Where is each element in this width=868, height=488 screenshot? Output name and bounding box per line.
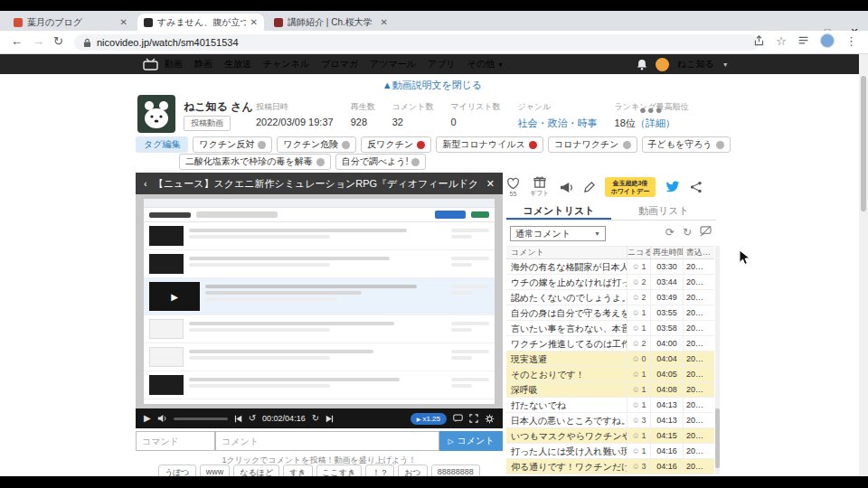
back-button[interactable]: ← (11, 34, 23, 48)
user-avatar[interactable] (656, 58, 669, 71)
tag-item[interactable]: 反ワクチン (361, 136, 431, 153)
profile-avatar[interactable] (820, 33, 835, 48)
tag-item[interactable]: 新型コロナウイルス (436, 136, 543, 153)
nicopedia-icon[interactable] (342, 141, 350, 149)
tag-item[interactable]: 自分で調べよう! (335, 154, 427, 170)
tag-item[interactable]: ワクチン危険 (277, 136, 356, 153)
comment-row[interactable]: 現実逃避☺004:0420… (506, 352, 714, 367)
gift-button[interactable]: ギフト (530, 176, 550, 198)
volume-slider[interactable] (174, 418, 228, 420)
uploader-avatar[interactable] (137, 95, 175, 133)
uploader-name[interactable]: ねこ知る さん (184, 99, 253, 115)
bookmark-star-icon[interactable]: ☆ (776, 34, 787, 48)
tag-item[interactable]: 二酸化塩素水で枠珍の毒を解毒 (179, 154, 331, 170)
nicopedia-icon[interactable] (529, 141, 537, 149)
reading-list-icon[interactable] (797, 35, 809, 47)
comment-filter-select[interactable]: 通常コメント▼ (510, 226, 606, 241)
ranking-detail-link[interactable]: （詳細） (636, 117, 675, 128)
rewind-10s-icon[interactable]: ↺ (249, 414, 256, 423)
kebab-menu-icon[interactable]: ⋮ (845, 34, 857, 48)
menu-channel[interactable]: チャンネル (263, 58, 309, 70)
niconico-logo-icon[interactable] (143, 58, 158, 70)
page-scrollbar-thumb[interactable] (861, 76, 866, 211)
comment-row[interactable]: 自分の身は自分で守る考えをみんな…☺103:5520… (506, 305, 714, 321)
tab-close-icon[interactable]: ✕ (250, 17, 258, 27)
play-button[interactable]: ▶ (144, 414, 151, 423)
like-button[interactable]: 55 (506, 177, 520, 197)
back-arrow-icon[interactable]: ‹ (144, 178, 147, 189)
comment-row[interactable]: そのとおりです！☺104:0520… (506, 367, 714, 382)
command-input[interactable] (136, 431, 215, 451)
comment-row[interactable]: 海外の有名な格闘家が日本人の礼儀…☺103:3020… (506, 259, 714, 275)
nicoru-button[interactable]: ☺2 (627, 336, 651, 352)
auto-scroll-icon[interactable]: ↻ (683, 226, 692, 239)
nicopedia-icon[interactable] (316, 158, 325, 166)
nicopedia-icon[interactable] (716, 141, 724, 149)
campaign-badge[interactable]: 金玉超絶3倍ホワイトデー (605, 177, 656, 198)
uploaded-videos-button[interactable]: 投稿動画 (184, 116, 231, 131)
playback-speed-button[interactable]: ▶x1.25 (410, 413, 447, 425)
browser-tab-3[interactable]: 講師紹介 | Ch.桜大学 ✕ (268, 14, 394, 31)
forward-button[interactable]: → (33, 34, 44, 48)
comment-hide-icon[interactable] (700, 226, 712, 237)
column-comment[interactable]: コメント (506, 246, 627, 259)
nicoru-button[interactable]: ☺1 (627, 382, 651, 398)
nicoru-button[interactable]: ☺1 (627, 321, 651, 336)
comment-row[interactable]: いつもマスクやらワクチンやらで嫌…☺104:1520… (506, 428, 714, 444)
comment-row[interactable]: 日本人の悪いところですね。長いも…☺304:1320… (506, 413, 714, 428)
tag-item[interactable]: 子どもを守ろう (642, 136, 731, 153)
nicoru-button[interactable]: ☺1 (627, 259, 651, 275)
tab-comment-list[interactable]: コメントリスト (506, 201, 611, 220)
tag-item[interactable]: コロナワクチン (548, 136, 637, 153)
nicopedia-icon[interactable] (417, 141, 425, 149)
tab-video-list[interactable]: 動画リスト (611, 201, 716, 220)
tag-item[interactable]: ワクチン反対 (193, 136, 272, 153)
share-network-icon[interactable] (690, 181, 703, 193)
refresh-icon[interactable]: ⟳ (665, 226, 675, 239)
tag-edit-button[interactable]: タグ編集 (136, 136, 188, 153)
comment-row[interactable]: ワクチン推進してるのは工作員の馬…☺204:0020… (506, 336, 714, 352)
menu-other[interactable]: その他 ▼ (467, 58, 504, 70)
nicopedia-icon[interactable] (258, 141, 266, 149)
address-bar[interactable]: nicovideo.jp/watch/sm40151534 (74, 34, 760, 51)
nicopedia-icon[interactable] (411, 158, 420, 166)
nicoru-button[interactable]: ☺2 (627, 275, 651, 290)
notification-bell-icon[interactable] (637, 59, 647, 70)
user-name[interactable]: ねこ知る (677, 58, 714, 70)
nicoru-button[interactable]: ☺2 (627, 290, 651, 305)
fullscreen-icon[interactable] (469, 414, 478, 423)
browser-tab-1[interactable]: 葉月のブログ ✕ (7, 14, 134, 31)
nicoru-button[interactable]: ☺3 (627, 413, 651, 428)
comment-row[interactable]: 深呼吸☺104:0820… (506, 382, 714, 398)
menu-blomaga[interactable]: ブロマガ (321, 58, 358, 70)
comment-row[interactable]: ウチの嫁を止めなければ打ってたよ…☺203:4420… (506, 275, 714, 290)
tab-close-icon[interactable]: ✕ (381, 17, 388, 27)
menu-video[interactable]: 動画 (165, 58, 183, 70)
share-icon[interactable] (753, 35, 765, 47)
comment-toggle-icon[interactable] (453, 414, 463, 423)
column-date[interactable]: 書込… (684, 246, 712, 259)
menu-live[interactable]: 生放送 (224, 58, 251, 70)
comment-row[interactable]: 認めたくないのでしょうよ。現実逃…☺203:4920… (506, 290, 714, 305)
more-options-icon[interactable]: ●●● (639, 103, 664, 117)
browser-tab-2-active[interactable]: すみません、腹が立つ〜。-ニコニコ ✕ (137, 14, 264, 31)
nicoru-button[interactable]: ☺1 (627, 398, 651, 413)
nicoru-button[interactable]: ☺1 (627, 428, 651, 444)
nicoru-button[interactable]: ☺1 (627, 305, 651, 321)
settings-gear-icon[interactable] (485, 414, 495, 424)
comment-row[interactable]: 打った人には受け入れ難い現実だか…☺104:1620… (506, 444, 714, 459)
description-close-link[interactable]: ▲動画説明文を閉じる (136, 79, 729, 92)
nicoad-megaphone-icon[interactable] (560, 182, 573, 193)
menu-app[interactable]: アプリ (428, 58, 456, 70)
comment-submit-button[interactable]: ▷コメント (439, 431, 503, 451)
chevron-down-icon[interactable]: ▼ (722, 61, 729, 68)
nicoru-button[interactable]: ☺1 (627, 444, 651, 459)
tab-close-icon[interactable]: ✕ (120, 17, 127, 27)
volume-icon[interactable] (157, 414, 167, 423)
column-nicoru[interactable]: ニコる (627, 246, 651, 259)
comment-row[interactable]: 言いたい事を言わない、本音で話さ…☺103:5820… (506, 321, 714, 336)
menu-seiga[interactable]: 静画 (194, 58, 212, 70)
pen-edit-icon[interactable] (583, 182, 595, 193)
comment-row[interactable]: 打たないでね☺104:1320… (506, 398, 714, 413)
close-icon[interactable]: ✕ (486, 178, 495, 190)
